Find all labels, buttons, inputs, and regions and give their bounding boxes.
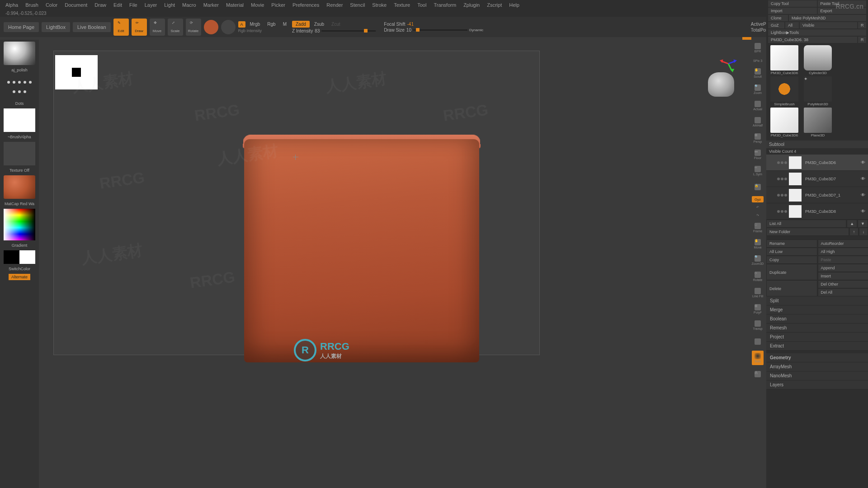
split-section[interactable]: Split [766,296,868,305]
matcap-swatch[interactable] [4,175,35,199]
make-polymesh-button[interactable]: Make PolyMesh3D [789,15,866,21]
dynamic-label[interactable]: Dynamic [469,28,483,32]
focal-shift-slider[interactable]: Focal Shift -41 [384,22,483,27]
arraymesh-section[interactable]: ArrayMesh [766,362,868,371]
tool-r-button[interactable]: R [858,37,866,43]
goz-button[interactable]: GoZ [768,22,784,28]
menu-light[interactable]: Light [164,2,175,8]
menu-stroke[interactable]: Stroke [372,2,387,8]
z-intensity-slider[interactable]: Z Intensity 83 [292,28,376,33]
transp-button[interactable]: Transp [752,318,764,333]
scroll-button[interactable]: ✋Scroll [752,66,764,80]
zadd-button[interactable]: Zadd [292,21,310,28]
extract-section[interactable]: Extract [766,342,868,351]
tool-item-plane[interactable]: Plane3D [802,108,834,138]
tool-name-field[interactable]: PM3D_Cube3D6. 38 [768,37,857,43]
zcut-button[interactable]: Zcut [329,22,343,27]
polyf-button[interactable]: ▦PolyF [752,302,764,316]
nanomesh-section[interactable]: NanoMesh [766,371,868,380]
copy-tool-button[interactable]: Copy Tool [768,0,817,7]
menu-stencil[interactable]: Stencil [350,2,365,8]
menu-picker[interactable]: Picker [271,2,285,8]
all-low-button[interactable]: All Low [766,248,817,256]
menu-layer[interactable]: Layer [145,2,157,8]
bpr-button[interactable]: BPR [752,41,764,55]
menu-preferences[interactable]: Preferences [292,2,319,8]
m-button[interactable]: M [280,22,289,27]
tool-item-cube[interactable]: PM3D_Cube3D6 [768,45,801,75]
menu-marker[interactable]: Marker [203,2,219,8]
menu-render[interactable]: Render [326,2,343,8]
stroke-dots-swatch[interactable] [4,75,35,99]
spix-button[interactable]: SPix 3 [752,57,764,64]
paste-button[interactable]: Paste [818,256,868,264]
visibility-icon[interactable]: 👁 [861,176,867,181]
menu-texture[interactable]: Texture [394,2,410,8]
alternate-button[interactable]: Alternate [9,274,30,280]
live-boolean-button[interactable]: Live Boolean [73,22,111,32]
menu-movie[interactable]: Movie [251,2,264,8]
zsub-button[interactable]: Zsub [311,22,327,27]
project-section[interactable]: Project [766,333,868,342]
material-circle-button[interactable] [204,20,218,34]
aahalf-button[interactable]: AAHalf [752,115,764,129]
sculpt-object[interactable] [244,139,479,362]
del-all-button[interactable]: Del All [818,288,868,296]
menu-document[interactable]: Document [65,2,87,8]
subtool-row-2[interactable]: PM3D_Cube3D7_1👁 [766,187,868,203]
menu-transform[interactable]: Transform [434,2,456,8]
visibility-icon[interactable]: 👁 [861,209,867,214]
layers-section[interactable]: Layers [766,380,868,389]
material-sphere[interactable] [4,42,35,65]
all-high-button[interactable]: All High [818,248,868,256]
subtool-row-3[interactable]: PM3D_Cube3D8👁 [766,203,868,220]
menu-zplugin[interactable]: Zplugin [463,2,480,8]
delete-button[interactable]: Delete [766,280,817,296]
boolean-section[interactable]: Boolean [766,314,868,324]
append-button[interactable]: Append [818,264,868,272]
menu-material[interactable]: Material [226,2,244,8]
visibility-icon[interactable]: 👁 [861,192,867,197]
menu-brush[interactable]: Brush [25,2,38,8]
menu-tool[interactable]: Tool [417,2,426,8]
axis-gizmo-icon[interactable] [720,55,737,72]
draw-mode-button[interactable]: ✏Draw [132,19,147,36]
a-radio[interactable]: A [238,21,245,28]
arrow-down-button[interactable]: ↓ [859,228,868,236]
import-button[interactable]: Import [768,8,817,14]
sculptris-circle-button[interactable] [221,20,236,34]
remesh-section[interactable]: Remesh [766,324,868,333]
menu-edit[interactable]: Edit [113,2,122,8]
switch-color-swatch[interactable] [4,250,35,264]
clone-button[interactable]: Clone [768,15,788,21]
tool-item-cylinder[interactable]: Cylinder3D [802,45,834,75]
undo-small[interactable]: ↶ [752,204,764,211]
export-button[interactable]: Export [818,8,867,14]
move-up-button[interactable]: ▲ [847,220,857,228]
tool-item-polymesh[interactable]: ✦PolyMesh3D [802,76,834,107]
move-mode-button[interactable]: ✥Move [150,19,165,36]
paste-tool-button[interactable]: Paste Tool [818,0,867,7]
solo-button[interactable]: Solo [752,351,764,365]
duplicate-button[interactable]: Duplicate [766,264,817,280]
zoom-button[interactable]: 🔍Zoom [752,82,764,97]
tool-item-simplebrush[interactable]: SimpleBrush [768,76,801,107]
subtool-row-1[interactable]: PM3D_Cube3D7👁 [766,171,868,187]
gradient-label[interactable]: Gradient [12,242,28,249]
mrgb-button[interactable]: Mrgb [247,22,263,27]
goz-visible-button[interactable]: Visible [800,22,857,28]
draw-size-slider[interactable]: Draw Size 10 Dynamic [384,28,483,33]
frame-button[interactable]: ◻Frame [752,221,764,235]
linefill-button[interactable]: Line Fill [752,286,764,300]
move-down-button[interactable]: ▼ [858,220,868,228]
autoreorder-button[interactable]: AutoReorder [818,239,868,248]
floor-button[interactable]: ▬Floor [752,147,764,162]
arrow-up-button[interactable]: ↑ [849,228,859,236]
xpose-button[interactable]: ⁂ [752,367,764,381]
goz-r-button[interactable]: R [858,22,866,28]
visibility-icon[interactable]: 👁 [861,160,867,165]
lsym-button[interactable]: ⇔L.Sym [752,164,764,178]
merge-section[interactable]: Merge [766,305,868,314]
new-folder-button[interactable]: New Folder [766,228,849,236]
redo-small[interactable]: ↷ [752,212,764,219]
